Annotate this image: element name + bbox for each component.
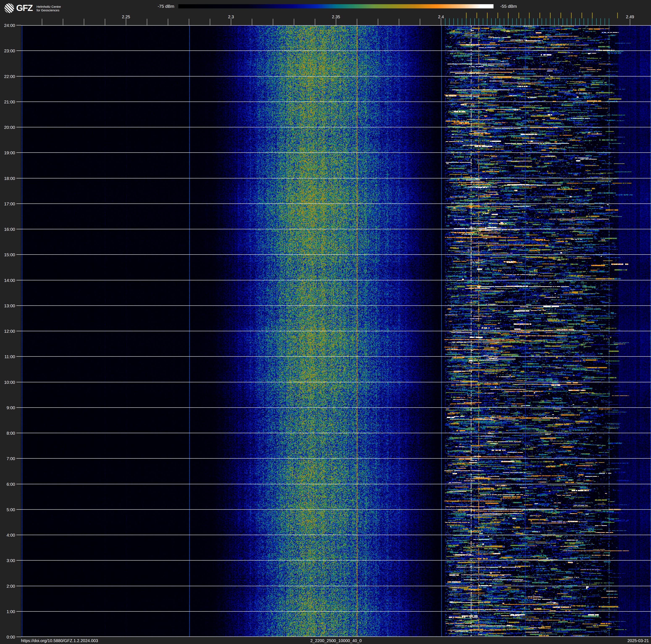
wifi-channel-tick bbox=[519, 12, 519, 18]
dataset-filename: 2_2200_2500_10000_40_0 bbox=[310, 638, 362, 643]
freq-major-tick bbox=[63, 19, 63, 25]
time-axis-label: 12:00 bbox=[0, 329, 15, 334]
freq-major-tick bbox=[147, 19, 147, 25]
freq-major-tick bbox=[357, 19, 357, 25]
time-axis-tick bbox=[17, 331, 21, 331]
time-axis-label: 23:00 bbox=[0, 48, 15, 53]
freq-fine-tick bbox=[462, 18, 462, 25]
time-axis-tick bbox=[17, 101, 21, 102]
time-axis-tick bbox=[17, 458, 21, 459]
freq-major-tick bbox=[210, 19, 210, 25]
logo-wordmark: GFZ bbox=[16, 3, 33, 13]
time-axis-tick bbox=[17, 229, 21, 229]
freq-axis-label: 2.35 bbox=[332, 14, 340, 19]
time-axis-tick bbox=[17, 76, 21, 77]
freq-fine-tick bbox=[558, 18, 559, 25]
freq-major-tick bbox=[378, 19, 378, 25]
freq-fine-tick bbox=[529, 18, 529, 25]
time-axis-tick bbox=[17, 254, 21, 255]
time-axis-tick bbox=[17, 51, 21, 51]
freq-major-tick bbox=[315, 19, 315, 25]
freq-fine-tick bbox=[571, 18, 571, 25]
wifi-channel-tick bbox=[560, 12, 561, 18]
time-axis-tick bbox=[17, 637, 21, 637]
freq-fine-tick bbox=[546, 18, 546, 25]
date-label: 2025-03-21 bbox=[627, 638, 649, 643]
freq-major-tick bbox=[399, 19, 399, 25]
freq-fine-tick bbox=[537, 18, 538, 25]
freq-major-tick bbox=[84, 19, 84, 25]
freq-fine-tick bbox=[458, 18, 458, 25]
freq-fine-tick bbox=[445, 18, 445, 25]
time-axis-tick bbox=[17, 407, 21, 408]
time-axis-tick bbox=[17, 356, 21, 357]
freq-fine-tick bbox=[495, 18, 496, 25]
freq-major-tick bbox=[273, 19, 273, 25]
wifi-channel-tick bbox=[539, 12, 540, 18]
time-axis-tick bbox=[17, 305, 21, 306]
time-axis-tick bbox=[17, 611, 21, 612]
freq-fine-tick bbox=[466, 18, 466, 25]
freq-fine-tick bbox=[504, 18, 504, 25]
doi-link: https://doi.org/10.5880/GFZ.1.2.2024.003 bbox=[21, 638, 98, 643]
freq-major-tick bbox=[189, 19, 189, 25]
time-axis-label: 15:00 bbox=[0, 252, 15, 257]
time-axis-label: 7:00 bbox=[0, 456, 15, 461]
freq-fine-tick bbox=[521, 18, 521, 25]
time-axis-label: 13:00 bbox=[0, 303, 15, 308]
freq-fine-tick bbox=[588, 18, 588, 25]
freq-fine-tick bbox=[500, 18, 500, 25]
time-axis-tick bbox=[17, 586, 21, 586]
freq-fine-tick bbox=[575, 18, 576, 25]
freq-fine-tick bbox=[508, 18, 508, 25]
freq-major-tick bbox=[252, 19, 252, 25]
colorbar-max-label: -55 dBm bbox=[500, 4, 517, 9]
time-axis-label: 22:00 bbox=[0, 74, 15, 79]
freq-major-tick bbox=[126, 19, 126, 25]
logo-subtitle: Helmholtz Centre for Geosciences bbox=[36, 5, 61, 12]
freq-major-tick bbox=[105, 19, 105, 25]
freq-fine-tick bbox=[567, 18, 567, 25]
freq-axis-label: 2.25 bbox=[122, 14, 130, 19]
time-axis-label: 16:00 bbox=[0, 227, 15, 232]
time-axis-label: 2:00 bbox=[0, 584, 15, 589]
freq-fine-tick bbox=[487, 18, 488, 25]
wifi-channel-tick bbox=[508, 12, 508, 18]
freq-major-tick bbox=[231, 19, 231, 25]
freq-axis-label: 2.3 bbox=[228, 14, 234, 19]
freq-fine-tick bbox=[470, 18, 471, 25]
freq-fine-tick bbox=[604, 18, 605, 25]
freq-fine-tick bbox=[550, 18, 550, 25]
freq-fine-tick bbox=[541, 18, 542, 25]
time-axis-label: 18:00 bbox=[0, 176, 15, 181]
time-axis-tick bbox=[17, 178, 21, 178]
time-axis-label: 24:00 bbox=[0, 23, 15, 28]
time-axis-label: 11:00 bbox=[0, 354, 15, 359]
time-axis-tick bbox=[17, 382, 21, 382]
time-axis-label: 4:00 bbox=[0, 533, 15, 538]
freq-major-tick bbox=[441, 19, 441, 25]
freq-fine-tick bbox=[584, 18, 584, 25]
time-axis-label: 8:00 bbox=[0, 431, 15, 436]
time-axis-label: 19:00 bbox=[0, 150, 15, 155]
colorbar-min-label: -75 dBm bbox=[158, 4, 174, 9]
time-axis-tick bbox=[17, 203, 21, 204]
freq-fine-tick bbox=[512, 18, 513, 25]
freq-fine-tick bbox=[600, 18, 601, 25]
time-axis-tick bbox=[17, 280, 21, 281]
time-axis-label: 20:00 bbox=[0, 125, 15, 130]
colorbar bbox=[178, 4, 494, 8]
time-axis-label: 0:00 bbox=[0, 635, 15, 640]
wifi-channel-tick bbox=[571, 12, 571, 18]
wifi-channel-tick bbox=[592, 12, 593, 18]
freq-fine-tick bbox=[483, 18, 483, 25]
time-axis-label: 14:00 bbox=[0, 278, 15, 283]
freq-major-tick bbox=[168, 19, 168, 25]
freq-fine-tick bbox=[596, 18, 597, 25]
time-axis-label: 3:00 bbox=[0, 558, 15, 563]
time-axis-tick bbox=[17, 433, 21, 433]
gfz-logo-icon bbox=[4, 3, 14, 13]
freq-fine-tick bbox=[474, 18, 475, 25]
wifi-channel-tick bbox=[476, 12, 477, 18]
freq-fine-tick bbox=[525, 18, 525, 25]
